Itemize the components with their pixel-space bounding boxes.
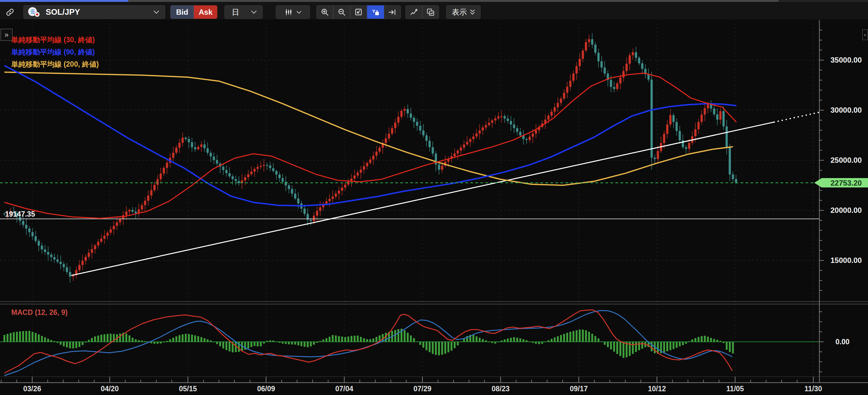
sma-90-line: [4, 66, 736, 206]
trendline-solid[interactable]: [71, 122, 774, 276]
panel-collapse-button[interactable]: ‹: [862, 29, 868, 40]
zoom-out-button[interactable]: [333, 5, 350, 19]
price-axis-label: 30000.00: [831, 106, 862, 114]
bid-label: Bid: [176, 8, 188, 17]
ask-button[interactable]: Ask: [194, 5, 217, 19]
legend-sma-30[interactable]: 単純移動平均線 (30, 終値): [11, 34, 99, 46]
price-chart-canvas[interactable]: 19147.35MACD (12, 26, 9)35000.0030000.00…: [0, 20, 868, 395]
symbol-selector[interactable]: SOL/JPY: [24, 5, 165, 19]
price-axis-label: 25000.00: [831, 156, 862, 164]
timeframe-selector[interactable]: 日: [224, 5, 262, 19]
macd-legend-label[interactable]: MACD (12, 26, 9): [11, 308, 67, 316]
trendline-dotted-extension[interactable]: [774, 112, 818, 122]
time-axis-label: 06/09: [257, 385, 275, 393]
link-charts-button[interactable]: [4, 7, 16, 18]
double-chevron-down-icon: [470, 9, 475, 15]
chain-link-icon: [6, 7, 14, 17]
time-axis-label: 03/26: [23, 385, 41, 393]
chart-tools-group: Y: [316, 5, 401, 19]
time-axis-label: 05/15: [179, 385, 197, 393]
legend-sma-200[interactable]: 単純移動平均線 (200, 終値): [11, 58, 99, 70]
time-axis-label: 11/30: [805, 385, 822, 393]
svg-text:Y: Y: [372, 8, 375, 14]
y-axis-lock-button[interactable]: Y: [367, 5, 384, 19]
time-axis-label: 04/20: [101, 385, 119, 393]
price-axis-label: 35000.00: [831, 56, 862, 64]
chart-type-selector[interactable]: [276, 5, 310, 19]
chevron-down-icon: [251, 10, 257, 14]
zoom-in-button[interactable]: [316, 5, 333, 19]
macd-zero-label: 0.00: [835, 338, 849, 346]
price-axis-label: 20000.00: [831, 206, 862, 215]
bid-button[interactable]: Bid: [170, 5, 194, 19]
display-label: 表示: [452, 7, 467, 17]
chevron-down-icon: [154, 10, 159, 14]
sidebar-expand-button[interactable]: »: [1, 29, 12, 41]
current-price-label: 22753.20: [831, 179, 862, 187]
price-panel: [0, 33, 819, 283]
time-axis-label: 07/04: [335, 385, 353, 393]
timeframe-label: 日: [232, 7, 239, 17]
time-axis-label: 07/29: [413, 385, 432, 393]
ask-label: Ask: [198, 8, 212, 17]
symbol-label: SOL/JPY: [45, 7, 80, 17]
level-price-label: 19147.35: [5, 210, 35, 218]
fit-chart-button[interactable]: [350, 5, 367, 19]
chart-area[interactable]: 19147.35MACD (12, 26, 9)35000.0030000.00…: [0, 20, 868, 395]
sma-30-line: [4, 73, 736, 219]
compare-overlay-button[interactable]: [422, 5, 439, 19]
time-axis-label: 11/05: [726, 385, 744, 393]
gridlines: [0, 24, 819, 376]
price-axis[interactable]: 35000.0030000.0025000.0020000.0015000.00: [819, 30, 862, 372]
display-menu-button[interactable]: 表示: [446, 5, 480, 19]
current-price-tag: 22753.20: [814, 178, 868, 188]
solana-jpy-pair-icon: [28, 7, 41, 18]
chevron-down-icon: [297, 11, 302, 14]
macd-panel: [0, 310, 819, 375]
time-axis-label: 08/23: [492, 385, 510, 393]
price-axis-label: 15000.00: [831, 256, 862, 264]
add-indicator-button[interactable]: [406, 5, 422, 19]
time-axis-label: 10/12: [648, 385, 666, 393]
indicator-legend: 単純移動平均線 (30, 終値) 単純移動平均線 (90, 終値) 単純移動平均…: [11, 34, 99, 70]
toolbar: SOL/JPY Bid Ask 日: [0, 2, 868, 20]
legend-sma-90[interactable]: 単純移動平均線 (90, 終値): [11, 46, 99, 58]
go-to-latest-button[interactable]: [384, 5, 401, 19]
candlestick-chart-icon: [284, 8, 293, 17]
candlestick-series: [3, 33, 737, 283]
time-axis[interactable]: 03/2604/2005/1506/0907/0407/2908/2309/17…: [1, 376, 822, 393]
time-axis-label: 09/17: [570, 385, 588, 393]
